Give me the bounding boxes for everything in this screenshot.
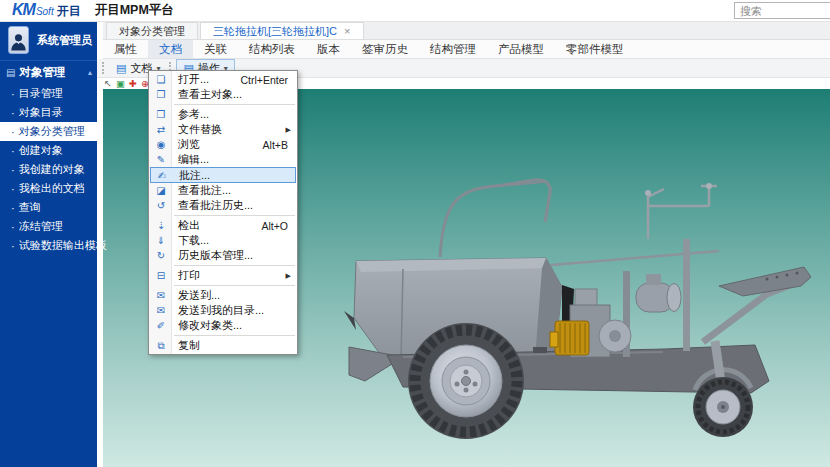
- menu-item-send-to[interactable]: ✉ 发送到...: [150, 288, 296, 303]
- menu-item-label: 历史版本管理...: [172, 248, 296, 263]
- search-input[interactable]: [734, 2, 830, 19]
- copy-icon: ⧉: [150, 340, 172, 352]
- sidebar-item-my-created-objects[interactable]: · 我创建的对象: [0, 160, 97, 179]
- sidebar-item-object-classification[interactable]: · 对象分类管理: [0, 122, 97, 141]
- download-icon: ⇓: [150, 235, 172, 246]
- annotation-history-icon: ↺: [150, 200, 172, 211]
- tab-properties[interactable]: 属性: [103, 40, 148, 58]
- menu-item-checkout[interactable]: ⇣ 检出 Alt+O: [150, 218, 296, 233]
- tab-relations[interactable]: 关联: [193, 40, 238, 58]
- detail-tabbar: 属性 文档 关联 结构列表 版本 签审历史 结构管理 产品模型 零部件模型: [103, 40, 830, 59]
- sidebar-item-label: 我检出的文档: [19, 181, 85, 196]
- menu-item-label: 下载...: [172, 233, 296, 248]
- bullet-icon: ·: [11, 183, 15, 195]
- toolbar-grip: [102, 62, 105, 74]
- menu-item-view-annotations[interactable]: ◪ 查看批注...: [150, 183, 296, 198]
- view-annotations-icon: ◪: [150, 185, 172, 196]
- collapse-arrow-icon: ▴: [88, 68, 92, 77]
- menu-item-label: 发送到...: [172, 288, 296, 303]
- edit-icon: ✎: [150, 154, 172, 165]
- tab-label: 对象分类管理: [119, 24, 185, 39]
- tab-structure-mgmt[interactable]: 结构管理: [419, 40, 487, 58]
- menu-item-open[interactable]: ❏ 打开... Ctrl+Enter: [150, 72, 296, 87]
- submenu-arrow-icon: ▶: [286, 126, 296, 134]
- tab-version[interactable]: 版本: [306, 40, 351, 58]
- menu-item-copy[interactable]: ⧉ 复制: [150, 338, 296, 353]
- tab-part-model[interactable]: 零部件模型: [555, 40, 635, 58]
- menu-item-label: 复制: [172, 338, 296, 353]
- menu-item-label: 查看主对象...: [172, 87, 296, 102]
- submenu-arrow-icon: ▶: [286, 272, 296, 280]
- sidebar-item-test-data-template[interactable]: · 试验数据输出模板: [0, 236, 97, 255]
- document-icon: ▤: [116, 62, 126, 75]
- subtab-label: 零部件模型: [566, 42, 624, 57]
- tab-structure-list[interactable]: 结构列表: [238, 40, 306, 58]
- bullet-icon: ·: [11, 164, 15, 176]
- menu-item-modify-object-class[interactable]: ✐ 修改对象类...: [150, 318, 296, 333]
- user-avatar: [8, 26, 29, 54]
- menu-item-download[interactable]: ⇓ 下载...: [150, 233, 296, 248]
- close-icon[interactable]: ×: [344, 25, 350, 37]
- menu-separator: [174, 335, 295, 336]
- open-icon: ❏: [150, 74, 172, 85]
- sidebar-item-my-checked-out-docs[interactable]: · 我检出的文档: [0, 179, 97, 198]
- menu-item-label: 编辑...: [172, 152, 296, 167]
- browse-icon: ◉: [150, 139, 172, 150]
- menu-item-send-to-my-directory[interactable]: ✉ 发送到我的目录...: [150, 303, 296, 318]
- menu-item-view-annotation-history[interactable]: ↺ 查看批注历史...: [150, 198, 296, 213]
- send-to-my-directory-icon: ✉: [150, 305, 172, 316]
- pan-icon[interactable]: ▣: [116, 79, 125, 89]
- bullet-icon: ·: [11, 221, 15, 233]
- app-title: 开目MPM平台: [95, 2, 174, 19]
- menu-item-shortcut: Ctrl+Enter: [240, 74, 296, 86]
- menu-item-label: 检出: [172, 218, 261, 233]
- menu-item-file-replace[interactable]: ⇄ 文件替换 ▶: [150, 122, 296, 137]
- tab-document[interactable]: 文档: [148, 40, 193, 58]
- bullet-icon: ·: [11, 202, 15, 214]
- sidebar-item-label: 试验数据输出模板: [19, 238, 107, 253]
- sidebar-section-label: 对象管理: [19, 65, 65, 80]
- menu-item-view-main-object[interactable]: ❐ 查看主对象...: [150, 87, 296, 102]
- sidebar-item-object-directory[interactable]: · 对象目录: [0, 103, 97, 122]
- tab-product-model[interactable]: 产品模型: [487, 40, 555, 58]
- sidebar-item-label: 对象分类管理: [19, 124, 85, 139]
- menu-item-shortcut: Alt+B: [263, 139, 296, 151]
- sidebar-item-label: 冻结管理: [19, 219, 63, 234]
- view-main-object-icon: ❐: [150, 89, 172, 100]
- sidebar-item-query[interactable]: · 查询: [0, 198, 97, 217]
- menu-item-edit[interactable]: ✎ 编辑...: [150, 152, 296, 167]
- person-icon: [9, 29, 28, 53]
- menu-item-version-history[interactable]: ↻ 历史版本管理...: [150, 248, 296, 263]
- menu-separator: [174, 215, 295, 216]
- menu-item-reference[interactable]: ❒ 参考...: [150, 107, 296, 122]
- logo-km: KM: [12, 1, 35, 19]
- tab-object-classification[interactable]: 对象分类管理: [106, 22, 198, 39]
- file-replace-icon: ⇄: [150, 124, 172, 135]
- user-row: 系统管理员: [0, 22, 97, 60]
- action-dropdown-menu: ❏ 打开... Ctrl+Enter ❐ 查看主对象... ❒ 参考... ⇄ …: [148, 70, 298, 355]
- menu-item-browse[interactable]: ◉ 浏览 Alt+B: [150, 137, 296, 152]
- sidebar-section-object-mgmt[interactable]: ▤ 对象管理 ▴: [0, 60, 97, 84]
- move-icon[interactable]: ✚: [129, 79, 137, 89]
- subtab-label: 关联: [204, 42, 227, 57]
- tab-sign-history[interactable]: 签审历史: [351, 40, 419, 58]
- sidebar-item-create-object[interactable]: · 创建对象: [0, 141, 97, 160]
- annotate-icon: ✍: [151, 170, 173, 181]
- document-tabbar: 对象分类管理 三轮拖拉机[三轮拖拉机]C ×: [103, 22, 830, 40]
- sidebar-item-freeze-mgmt[interactable]: · 冻结管理: [0, 217, 97, 236]
- menu-separator: [174, 285, 295, 286]
- grid-icon: ▤: [6, 67, 15, 78]
- menu-item-label: 打印: [172, 268, 286, 283]
- subtab-label: 版本: [317, 42, 340, 57]
- menu-item-annotate[interactable]: ✍ 批注...: [150, 167, 296, 183]
- user-name: 系统管理员: [37, 33, 92, 48]
- subtab-label: 结构管理: [430, 42, 476, 57]
- cursor-icon[interactable]: ↖: [104, 79, 112, 89]
- subtab-label: 产品模型: [498, 42, 544, 57]
- modify-object-class-icon: ✐: [150, 320, 172, 331]
- sidebar-item-directory-mgmt[interactable]: · 目录管理: [0, 84, 97, 103]
- tab-three-wheel-tractor[interactable]: 三轮拖拉机[三轮拖拉机]C ×: [200, 22, 364, 39]
- menu-item-print[interactable]: ⊟ 打印 ▶: [150, 268, 296, 283]
- sidebar-item-label: 目录管理: [19, 86, 63, 101]
- menu-item-label: 发送到我的目录...: [172, 303, 296, 318]
